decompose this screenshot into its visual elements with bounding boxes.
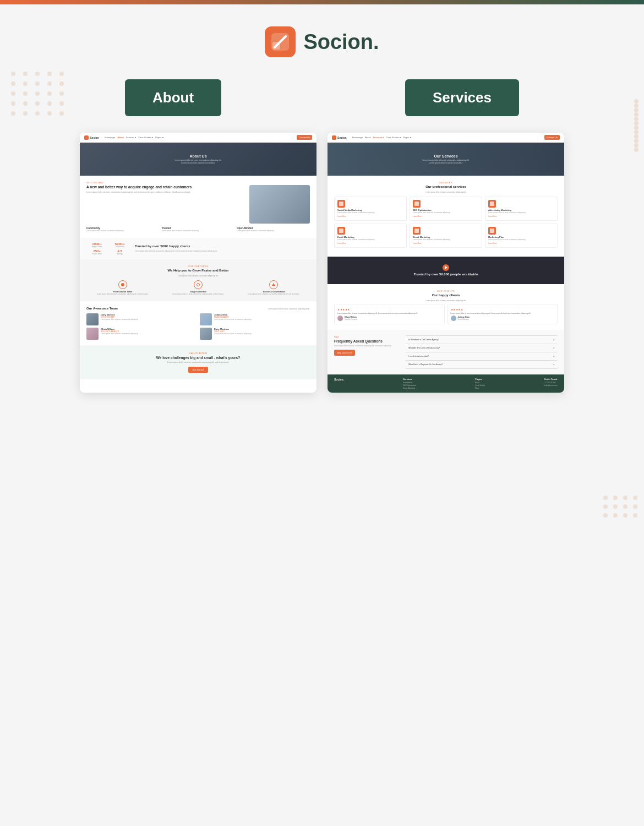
cta-title: We love challenges big and small - what'… xyxy=(86,356,310,360)
team-title: Our Awesome Team xyxy=(86,307,118,311)
about-who-title: A new and better way to acquire engage a… xyxy=(86,185,245,189)
feature-target: Target Oriented Lorem ipsum dolor sit am… xyxy=(162,280,234,296)
grow-tag: OUR FEATURES xyxy=(86,265,310,268)
about-feature-openminded: Open-Minded Lorem ipsum dolor sit amet, … xyxy=(237,227,310,232)
faq-btn[interactable]: Any Question? xyxy=(334,350,355,356)
about-preview-card: Socion Homepage About Services ▾ Case St… xyxy=(80,133,316,393)
stats-desc: Lorem ipsum dolor sit amet, consectetur … xyxy=(135,250,310,252)
cta-text: Lorem ipsum dolor sit amet, consectetur … xyxy=(86,361,310,364)
about-nav-logo: Socion xyxy=(84,135,99,140)
feature-professional: Professional Team Lorem ipsum dolor sit … xyxy=(86,280,159,296)
footer-col-contact: Get in Touch +1 234 567 890 hello@socion… xyxy=(544,378,558,387)
service-marketing-plan: Marketing Plan Lorem ipsum dolor sit ame… xyxy=(485,224,558,248)
testimonials-grid: ★★★★★ Lorem ipsum dolor sit amet, consec… xyxy=(334,305,558,324)
about-hero-title: About Us xyxy=(174,154,221,158)
feature-success: Success Guaranteed Lorem ipsum dolor sit… xyxy=(238,280,310,296)
service-brand: Brand Marketing Lorem ipsum dolor sit am… xyxy=(410,224,482,248)
play-button[interactable] xyxy=(443,264,449,271)
about-features-row: Community Lorem ipsum dolor sit amet, co… xyxy=(86,227,310,232)
services-preview-card: Socion Homepage About Services ▾ Case St… xyxy=(328,133,564,393)
decorative-dots-top-right xyxy=(634,99,638,152)
about-label-btn[interactable]: About xyxy=(125,79,221,116)
stat-250: 250+ Expert Team xyxy=(86,249,108,255)
services-desc: Lorem ipsum dolor sit amet, consectetur … xyxy=(334,191,558,193)
previews-container: Socion Homepage About Services ▾ Case St… xyxy=(0,133,644,409)
services-grid: Social Media Marketing Lorem ipsum dolor… xyxy=(334,197,558,248)
section-labels: About Services xyxy=(0,74,644,133)
about-grow-section: OUR FEATURES We Help you to Grow Faster … xyxy=(80,259,316,301)
service-email: Email Marketing Lorem ipsum dolor sit am… xyxy=(334,224,407,248)
footer-col-services: Services Social Media SEO Optimization B… xyxy=(403,378,416,389)
about-nav-links: Homepage About Services ▾ Case Studies ▾… xyxy=(105,136,163,139)
services-nav-links: Homepage About Services ▾ Case Studies ▾… xyxy=(352,136,411,139)
faq-item-3[interactable]: I need a business plan? ▾ xyxy=(406,352,558,361)
testimonial-olivia: ★★★★★ Lorem ipsum dolor sit amet, consec… xyxy=(334,305,445,324)
grow-title: We Help you to Grow Faster and Better xyxy=(86,269,310,273)
happy-clients-section: OUR CLIENTS Our happy clients Lorem ipsu… xyxy=(328,284,564,330)
footer-brand: Socion. xyxy=(334,378,344,381)
clients-text: Lorem ipsum dolor sit amet, consectetur … xyxy=(334,300,558,302)
services-footer: Socion. Services Social Media SEO Optimi… xyxy=(328,374,564,393)
decorative-dots-left xyxy=(11,72,66,116)
services-professional: SERVICES Our professional services Lorem… xyxy=(328,176,564,253)
header: Socion. xyxy=(0,4,644,74)
faq-item-1[interactable]: Is Worldwide a Call Center Agency? ▾ xyxy=(406,335,558,344)
about-hero-subtitle: Lorem ipsum dolor sit amet, consectetur … xyxy=(174,159,221,165)
stat-4-8: 4.8 Ratings xyxy=(110,249,131,255)
faq-item-4[interactable]: What Kinds of Payment Do You Accept? ▾ xyxy=(406,361,558,369)
about-who-tag: WHO WE ARE xyxy=(86,181,310,184)
service-seo: SEO Optimization Lorem ipsum dolor sit a… xyxy=(410,197,482,221)
decorative-dots-far-right xyxy=(603,496,638,518)
team-member-olivia-wilson: Olivia Wilson ACCOUNTS MANAGER Lorem ips… xyxy=(86,328,197,340)
trusted-banner: Trusted by over 50.000 people worldwide xyxy=(328,257,564,284)
team-row-2: Olivia Wilson ACCOUNTS MANAGER Lorem ips… xyxy=(86,328,310,340)
team-member-dany-manson: Dany Manson CEO & FOUNDER Lorem ipsum do… xyxy=(86,313,197,325)
services-tag: SERVICES xyxy=(334,181,558,184)
about-hero: About Us Lorem ipsum dolor sit amet, con… xyxy=(80,143,316,176)
faq-text: Lorem ipsum dolor sit amet, consectetur … xyxy=(334,345,400,347)
testimonial-juliana: ★★★★★ Lorem ipsum dolor sit amet, consec… xyxy=(447,305,558,324)
team-member-juliana-silva: Juliana Silva BRAND MANAGER Lorem ipsum … xyxy=(200,313,310,325)
trusted-text: Trusted by over 50.000 people worldwide xyxy=(414,273,478,276)
about-who-we-are: WHO WE ARE A new and better way to acqui… xyxy=(80,176,316,238)
about-cta: CALL TO ACTION We love challenges big an… xyxy=(80,345,316,379)
faq-left: FAQ Frequently Asked Questions Lorem ips… xyxy=(334,335,400,369)
services-hero: Our Services Lorem ipsum dolor sit amet,… xyxy=(328,143,564,176)
about-mini-nav: Socion Homepage About Services ▾ Case St… xyxy=(80,133,316,143)
about-who-text: Lorem ipsum dolor sit amet, consectetur … xyxy=(86,191,245,194)
clients-tag: OUR CLIENTS xyxy=(334,290,558,292)
faq-tag: FAQ xyxy=(334,335,400,338)
about-feature-trusted: Trusted Lorem ipsum dolor sit amet, cons… xyxy=(162,227,235,232)
about-feature-community: Community Lorem ipsum dolor sit amet, co… xyxy=(86,227,160,232)
grow-text: Lorem ipsum dolor sit amet, consectetur … xyxy=(86,275,310,277)
footer-col-pages: Pages About Case Studies Blog xyxy=(475,378,485,389)
about-contact-btn[interactable]: Contact Us xyxy=(297,135,312,140)
top-bar xyxy=(0,0,644,4)
services-title: Our professional services xyxy=(334,185,558,189)
svg-rect-2 xyxy=(272,42,280,50)
clients-title: Our happy clients xyxy=(334,294,558,298)
stat-500k: 500K+ Subscribers xyxy=(110,242,131,248)
about-team-section: Our Awesome Team Lorem ipsum dolor sit a… xyxy=(80,301,316,345)
stats-title: Trusted by over 500K happy clients xyxy=(135,244,310,249)
services-contact-btn[interactable]: Contact Us xyxy=(544,135,560,140)
services-hero-subtitle: Lorem ipsum dolor sit amet, consectetur … xyxy=(422,159,469,165)
faq-section: FAQ Frequently Asked Questions Lorem ips… xyxy=(328,330,564,374)
service-advertising: Advertising Marketing Lorem ipsum dolor … xyxy=(485,197,558,221)
grow-features-row: Professional Team Lorem ipsum dolor sit … xyxy=(86,280,310,296)
services-mini-nav: Socion Homepage About Services ▾ Case St… xyxy=(328,133,564,143)
services-nav-logo: Socion xyxy=(332,135,347,140)
team-text: Lorem ipsum dolor sit amet, consectetur … xyxy=(268,308,310,310)
faq-title: Frequently Asked Questions xyxy=(334,339,400,344)
team-member-dany-martinez: Dany Martinez CHIVE STAFF Lorem ipsum do… xyxy=(200,328,310,340)
services-label-btn[interactable]: Services xyxy=(405,79,519,116)
cta-tag: CALL TO ACTION xyxy=(86,352,310,355)
logo-text: Socion. xyxy=(303,30,379,54)
team-row-1: Dany Manson CEO & FOUNDER Lorem ipsum do… xyxy=(86,313,310,325)
cta-btn[interactable]: Get Started xyxy=(188,367,208,373)
stat-100k: 100K+ Happy Clients xyxy=(86,242,108,248)
faq-item-2[interactable]: What Are The Costs of Outsourcing? ▾ xyxy=(406,344,558,352)
stats-text-block: Trusted by over 500K happy clients Lorem… xyxy=(135,244,310,252)
services-hero-title: Our Services xyxy=(422,154,469,158)
service-social-media: Social Media Marketing Lorem ipsum dolor… xyxy=(334,197,407,221)
